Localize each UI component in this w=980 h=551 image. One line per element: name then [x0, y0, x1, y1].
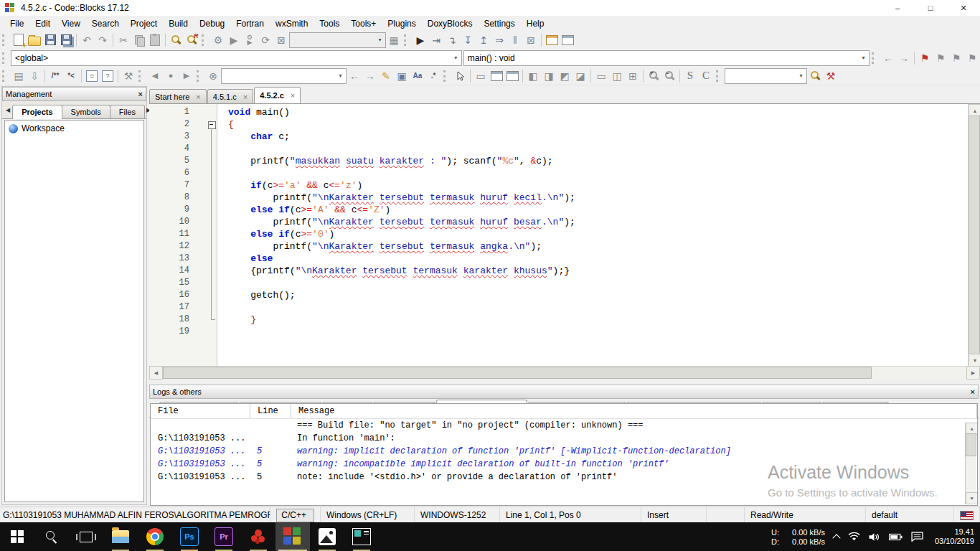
- task-view-button[interactable]: [69, 522, 103, 551]
- column-header-file[interactable]: File: [151, 404, 250, 418]
- replace-button[interactable]: R: [184, 32, 199, 48]
- fold-margin[interactable]: [197, 228, 224, 240]
- fold-margin[interactable]: [197, 301, 224, 314]
- editor-tab-4-5-2-c[interactable]: 4.5.2.c×: [254, 87, 301, 103]
- column-header-line[interactable]: Line: [250, 404, 291, 418]
- build-message-row[interactable]: G:\1103191053 ...5warning: incompatible …: [151, 458, 977, 471]
- toolbar-grip[interactable]: [404, 34, 410, 46]
- fold-margin[interactable]: [197, 131, 224, 143]
- fold-margin[interactable]: [197, 118, 224, 131]
- status-language[interactable]: C/C++: [270, 507, 321, 523]
- menu-item-debug[interactable]: Debug: [194, 17, 230, 30]
- scrollbar-thumb[interactable]: [969, 116, 980, 355]
- debug-continue-button[interactable]: ▶: [413, 32, 428, 48]
- menu-item-project[interactable]: Project: [125, 17, 163, 30]
- next-instruction-button[interactable]: ⇒: [491, 32, 507, 48]
- grid-box-button[interactable]: ⊞: [625, 68, 641, 84]
- taskbar-chrome-button[interactable]: [138, 522, 172, 551]
- menu-item-tools[interactable]: Tools: [314, 17, 345, 30]
- battery-icon[interactable]: [889, 533, 903, 541]
- abort-build-button[interactable]: ⊠: [273, 32, 289, 48]
- border-box-button[interactable]: ▭: [593, 68, 609, 84]
- start-button[interactable]: [0, 522, 34, 551]
- taskbar-file-explorer-button[interactable]: [103, 522, 138, 551]
- tabs-scroll-left-icon[interactable]: ◀: [4, 107, 12, 113]
- incsearch-next-button[interactable]: →: [362, 68, 378, 84]
- jump-forward-button[interactable]: →: [896, 50, 912, 66]
- logs-caption[interactable]: Logs & others ×: [149, 385, 979, 399]
- align-left-button[interactable]: ◧: [525, 68, 541, 84]
- close-icon[interactable]: ×: [971, 387, 975, 396]
- editor-tab-4-5-1-c[interactable]: 4.5.1.c×: [207, 89, 253, 103]
- editor-tab-start-here[interactable]: Start here×: [149, 89, 207, 103]
- doxyblocks-line-comment-button[interactable]: *<: [63, 68, 79, 84]
- maximize-button[interactable]: □: [914, 0, 947, 16]
- zoom-out-button[interactable]: −: [661, 68, 677, 84]
- menu-item-search[interactable]: Search: [86, 17, 125, 30]
- scroll-down-icon[interactable]: ▼: [969, 354, 980, 367]
- toolbar-grip[interactable]: [197, 70, 202, 82]
- fold-margin[interactable]: [197, 265, 224, 277]
- taskbar-media-app-button[interactable]: [344, 522, 379, 551]
- thread-search-button[interactable]: [807, 68, 823, 84]
- fold-toggle-icon[interactable]: [208, 121, 216, 129]
- clear-bookmarks-button[interactable]: ⚑: [964, 50, 980, 66]
- build-message-row[interactable]: G:\1103191053 ...5note: include '<stdio.…: [151, 471, 977, 484]
- align-top-button[interactable]: ◩: [557, 68, 573, 84]
- doxyblocks-options-button[interactable]: ⚒: [121, 68, 136, 84]
- next-bookmark-button[interactable]: ⚑: [948, 50, 964, 66]
- pause-debugger-button[interactable]: ‖: [507, 32, 523, 48]
- incsearch-clear-button[interactable]: ⊗: [205, 68, 221, 84]
- build-target-combo[interactable]: ▾: [289, 32, 386, 48]
- menu-item-edit[interactable]: Edit: [29, 17, 56, 30]
- build-target-menu-button[interactable]: ▦: [386, 32, 402, 48]
- menu-item-help[interactable]: Help: [521, 17, 550, 30]
- scrollbar-thumb[interactable]: [966, 433, 976, 456]
- build-button[interactable]: ⚙: [210, 32, 226, 48]
- taskbar-photoshop-button[interactable]: Ps: [172, 522, 207, 551]
- toolbar-grip[interactable]: [716, 70, 722, 82]
- menu-item-settings[interactable]: Settings: [478, 17, 520, 30]
- redo-button[interactable]: ↷: [95, 32, 110, 48]
- save-all-button[interactable]: [58, 32, 74, 48]
- close-icon[interactable]: ×: [243, 93, 248, 101]
- workspace-tree-item[interactable]: Workspace: [9, 123, 140, 133]
- taskbar-search-button[interactable]: [34, 522, 69, 551]
- toggle-bookmark-button[interactable]: ⚑: [917, 50, 933, 66]
- close-icon[interactable]: ×: [291, 91, 295, 100]
- menu-item-file[interactable]: File: [4, 17, 29, 30]
- management-tab-symbols[interactable]: Symbols: [62, 105, 110, 118]
- thread-search-options-button[interactable]: ⚒: [823, 68, 839, 84]
- fold-margin[interactable]: [197, 155, 224, 167]
- doxyblocks-import-button[interactable]: ⇩: [27, 68, 42, 84]
- column-header-message[interactable]: Message: [291, 404, 977, 418]
- editor-area[interactable]: 1void main()2{3 char c;45 printf("masukk…: [149, 103, 980, 367]
- build-message-row[interactable]: G:\1103191053 ...5warning: implicit decl…: [151, 445, 977, 458]
- menu-item-build[interactable]: Build: [163, 17, 194, 30]
- taskbar-codeblocks-button[interactable]: [275, 522, 310, 551]
- rebuild-button[interactable]: ⟳: [258, 32, 273, 48]
- fold-margin[interactable]: [197, 253, 224, 265]
- toolbar-grip[interactable]: [138, 70, 144, 82]
- next-line-button[interactable]: ↴: [444, 32, 460, 48]
- save-button[interactable]: [42, 32, 58, 48]
- close-button[interactable]: ✕: [947, 0, 980, 16]
- table-header[interactable]: File Line Message: [151, 404, 977, 419]
- build-message-row[interactable]: === Build file: "no target" in "no proje…: [151, 419, 977, 432]
- menu-item-doxyblocks[interactable]: DoxyBlocks: [422, 17, 479, 30]
- fold-margin[interactable]: [197, 326, 224, 338]
- fold-margin[interactable]: [197, 289, 224, 301]
- jump-back-button[interactable]: ←: [880, 50, 896, 66]
- fold-margin[interactable]: [197, 106, 224, 118]
- scope-combo[interactable]: <global>▾: [11, 50, 462, 66]
- minimize-button[interactable]: –: [881, 0, 914, 16]
- menu-item-tools[interactable]: Tools+: [345, 17, 382, 30]
- doxyblocks-extract-button[interactable]: ▤: [11, 68, 27, 84]
- incsearch-regex-button[interactable]: .*: [425, 68, 441, 84]
- doxyblocks-run-chm-button[interactable]: ?: [100, 68, 116, 84]
- build-message-row[interactable]: G:\1103191053 ...In function 'main':: [151, 432, 977, 445]
- incsearch-highlight-button[interactable]: ✎: [378, 68, 394, 84]
- split-box-button[interactable]: ◫: [609, 68, 625, 84]
- menu-item-wxsmith[interactable]: wxSmith: [270, 17, 314, 30]
- taskbar-clock[interactable]: 19.41 03/10/2019: [935, 527, 974, 546]
